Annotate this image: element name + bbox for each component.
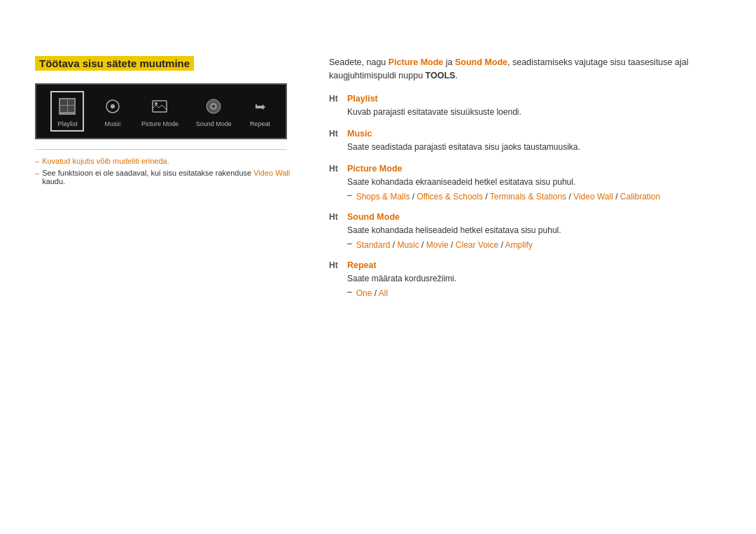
repeat-title: Repeat [347, 260, 721, 270]
playlist-title: Playlist [347, 94, 721, 104]
playlist-label: Playlist [57, 120, 78, 127]
picture-mode-icon [148, 95, 171, 118]
section-repeat: Ht Repeat Saate määrata kordusrežiimi. –… [329, 260, 721, 300]
player-repeat-item: Repeat [249, 95, 272, 127]
svg-rect-4 [68, 106, 74, 112]
picture-dash: – [347, 190, 352, 200]
note-2: – See funktsioon ei ole saadaval, kui si… [35, 169, 301, 185]
ht-repeat: Ht [329, 260, 342, 270]
repeat-label: Repeat [250, 120, 270, 127]
picture-mode-options: Shops & Malls / Offices & Schools / Term… [356, 190, 661, 204]
picture-mode-title: Picture Mode [347, 164, 721, 174]
section-picture-mode: Ht Picture Mode Saate kohandada ekraanis… [329, 164, 721, 204]
repeat-options-row: – One / All [347, 287, 721, 300]
note-1: – Kuvatud kujutis võib mudeliti erineda. [35, 157, 301, 165]
repeat-icon [249, 95, 272, 118]
note-1-text: Kuvatud kujutis võib mudeliti erineda. [42, 157, 169, 165]
svg-point-8 [155, 102, 158, 105]
section-music: Ht Music Saate seadistada parajasti esit… [329, 129, 721, 155]
music-title: Music [347, 129, 721, 139]
section-picture-mode-content: Picture Mode Saate kohandada ekraanisead… [347, 164, 721, 204]
note-2-text: See funktsioon ei ole saadaval, kui sisu… [42, 169, 301, 185]
player-preview: Playlist Music [35, 83, 287, 139]
repeat-desc: Saate määrata kordusrežiimi. [347, 272, 721, 285]
intro-paragraph: Seadete, nagu Picture Mode ja Sound Mode… [329, 56, 721, 83]
ht-sound-mode: Ht [329, 212, 342, 222]
term-picture-mode: Picture Mode [388, 57, 444, 67]
picture-mode-desc: Saate kohandada ekraaniseadeid hetkel es… [347, 176, 721, 188]
section-music-content: Music Saate seadistada parajasti esitata… [347, 129, 721, 155]
section-sound-mode: Ht Sound Mode Saate kohandada heliseadei… [329, 212, 721, 252]
repeat-options: One / All [356, 287, 388, 300]
sound-mode-options: Standard / Music / Movie / Clear Voice /… [356, 239, 533, 252]
sound-mode-desc: Saate kohandada heliseadeid hetkel esita… [347, 224, 721, 237]
svg-rect-1 [60, 99, 67, 105]
sound-mode-icon [202, 95, 225, 118]
picture-mode-options-row: – Shops & Malls / Offices & Schools / Te… [347, 190, 721, 204]
music-icon [102, 95, 124, 118]
page-container: Töötava sisu sätete muutmine Playlist [0, 0, 756, 337]
playlist-desc: Kuvab parajasti esitatavate sisuüksuste … [347, 106, 721, 118]
player-sound-item: Sound Mode [196, 95, 232, 127]
section-playlist-content: Playlist Kuvab parajasti esitatavate sis… [347, 94, 721, 120]
picture-mode-label: Picture Mode [141, 120, 178, 127]
svg-point-6 [111, 104, 115, 108]
ht-picture-mode: Ht [329, 164, 342, 174]
svg-point-11 [212, 105, 215, 108]
right-column: Seadete, nagu Picture Mode ja Sound Mode… [329, 56, 721, 309]
sound-mode-title: Sound Mode [347, 212, 721, 222]
music-label: Music [104, 120, 121, 127]
section-playlist: Ht Playlist Kuvab parajasti esitatavate … [329, 94, 721, 120]
player-picture-item: Picture Mode [141, 95, 178, 127]
svg-rect-2 [68, 99, 74, 105]
repeat-dash: – [347, 287, 352, 297]
sound-dash: – [347, 239, 352, 248]
ht-playlist: Ht [329, 94, 342, 104]
player-music-item: Music [102, 95, 124, 127]
ht-music: Ht [329, 129, 342, 139]
player-playlist-item: Playlist [50, 91, 84, 132]
sound-mode-label: Sound Mode [196, 120, 232, 127]
divider [35, 149, 287, 150]
term-tools: TOOLS [426, 71, 456, 80]
left-column: Töötava sisu sätete muutmine Playlist [35, 56, 301, 309]
svg-rect-3 [60, 106, 67, 112]
section-sound-mode-content: Sound Mode Saate kohandada heliseadeid h… [347, 212, 721, 252]
section-repeat-content: Repeat Saate määrata kordusrežiimi. – On… [347, 260, 721, 300]
sound-mode-options-row: – Standard / Music / Movie / Clear Voice… [347, 239, 721, 252]
term-sound-mode: Sound Mode [455, 57, 507, 67]
playlist-icon [56, 95, 78, 118]
page-title: Töötava sisu sätete muutmine [35, 56, 194, 71]
music-desc: Saate seadistada parajasti esitatava sis… [347, 141, 721, 153]
